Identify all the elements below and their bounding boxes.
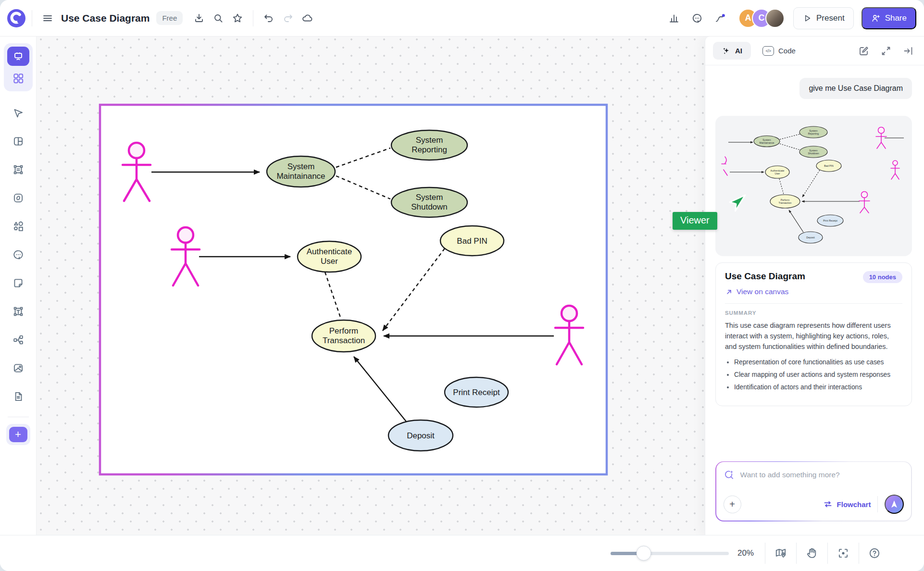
help-button[interactable] <box>863 542 886 564</box>
toolbar-sidebar: + <box>0 37 37 535</box>
tool-document[interactable] <box>7 385 29 408</box>
expand-icon[interactable] <box>879 44 893 58</box>
view-on-canvas-link[interactable]: View on canvas <box>725 287 788 296</box>
tab-ai[interactable]: AI <box>713 42 751 60</box>
activity-icon[interactable] <box>711 9 730 28</box>
search-icon[interactable] <box>209 9 228 28</box>
panel-header: AI </> Code <box>705 37 924 65</box>
mini-actors <box>722 127 899 213</box>
node-system-maintainance[interactable]: SystemMaintainance <box>267 156 335 187</box>
tool-layout[interactable] <box>7 130 29 152</box>
bullet-item: Representation of core functionalities a… <box>734 359 902 366</box>
mode-toggle-flowchart[interactable]: Flowchart <box>823 499 871 509</box>
help-icon <box>868 547 881 559</box>
ai-panel: AI </> Code give me Use Case Diagram <box>705 37 924 535</box>
tool-image[interactable] <box>7 357 29 379</box>
viewer-cursor-icon <box>728 194 747 213</box>
result-card: Use Case Diagram 10 nodes View on canvas… <box>715 262 912 406</box>
svg-text:SystemReporting: SystemReporting <box>412 136 447 154</box>
plus-icon: + <box>9 427 27 442</box>
divider <box>8 417 29 417</box>
avatar-stack: A C <box>738 9 785 28</box>
avatar-photo[interactable] <box>765 9 785 28</box>
plan-badge[interactable]: Free <box>156 11 183 25</box>
svg-text:Deposit: Deposit <box>806 236 815 239</box>
bullet-item: Identification of actors and their inter… <box>734 384 902 391</box>
magic-search-icon <box>724 469 735 480</box>
mindmap-icon <box>12 334 25 346</box>
star-icon[interactable] <box>228 9 247 28</box>
document-title[interactable]: Use Case Diagram <box>61 12 150 24</box>
document-icon <box>12 390 25 403</box>
present-button[interactable]: Present <box>793 7 854 29</box>
tool-shapes[interactable] <box>7 215 29 237</box>
add-tool-button[interactable]: + <box>6 424 30 445</box>
chart-icon[interactable] <box>664 9 684 28</box>
person-add-icon <box>871 13 881 23</box>
tool-text-box[interactable] <box>7 300 29 323</box>
sticky-note-icon <box>12 277 25 289</box>
divider <box>765 543 765 564</box>
divider <box>877 496 878 512</box>
svg-text:SystemReporting: SystemReporting <box>808 129 819 135</box>
node-authenticate-user[interactable]: AuthenticateUser <box>298 241 361 272</box>
zoom-slider[interactable] <box>611 552 729 555</box>
undo-icon[interactable] <box>259 9 278 28</box>
tool-sticky-note[interactable] <box>7 272 29 294</box>
map-icon <box>774 547 787 559</box>
diagram-preview[interactable]: SystemMaintainance SystemReporting Syste… <box>715 116 912 256</box>
diagram-preview-mini: SystemMaintainance SystemReporting Syste… <box>715 116 912 256</box>
attach-button[interactable]: + <box>724 496 741 513</box>
prompt-input[interactable] <box>740 471 904 479</box>
node-bad-pin[interactable]: Bad PIN <box>440 226 504 256</box>
hand-icon <box>806 547 818 559</box>
comments-icon[interactable] <box>687 9 707 28</box>
bottombar: 20% <box>0 535 924 571</box>
token-icon <box>12 192 25 204</box>
tool-templates[interactable] <box>7 69 29 88</box>
templates-grid-icon <box>12 72 25 85</box>
edit-icon[interactable] <box>857 44 871 58</box>
tool-whiteboard[interactable] <box>7 47 29 66</box>
menu-icon[interactable] <box>38 9 57 28</box>
divider <box>253 10 253 26</box>
viewer-label: Viewer <box>673 212 717 230</box>
zoom-slider-handle[interactable] <box>636 546 651 561</box>
app-logo-icon[interactable] <box>7 9 26 28</box>
tool-token[interactable] <box>7 187 29 209</box>
comment-icon <box>12 248 25 261</box>
node-system-shutdown[interactable]: SystemShutdown <box>391 187 467 217</box>
cloud-sync-icon[interactable] <box>298 9 317 28</box>
download-icon[interactable] <box>189 9 209 28</box>
zoom-level: 20% <box>737 548 761 558</box>
summary-text: This use case diagram represents how dif… <box>725 321 902 352</box>
send-button[interactable] <box>885 495 904 514</box>
prompt-input-card: + Flowchart <box>715 461 912 521</box>
result-title: Use Case Diagram <box>725 271 805 282</box>
tool-comment[interactable] <box>7 244 29 266</box>
divider <box>725 303 902 304</box>
share-button[interactable]: Share <box>862 7 916 29</box>
frame-icon <box>12 163 25 176</box>
tool-cursor[interactable] <box>7 102 29 124</box>
divider <box>32 10 32 26</box>
svg-text:SystemShutdown: SystemShutdown <box>411 193 448 211</box>
tool-mindmap[interactable] <box>7 329 29 351</box>
external-link-icon <box>725 288 733 296</box>
minimap-button[interactable] <box>770 542 792 564</box>
tool-frame[interactable] <box>7 159 29 181</box>
system-boundary[interactable] <box>100 105 607 474</box>
tab-code[interactable]: </> Code <box>762 46 796 56</box>
node-print-receipt[interactable]: Print Receipt <box>445 377 508 407</box>
node-system-reporting[interactable]: SystemReporting <box>391 130 467 160</box>
redo-icon[interactable] <box>278 9 298 28</box>
node-perform-transaction[interactable]: PerformTransaction <box>312 320 375 352</box>
swap-icon <box>823 499 833 509</box>
node-deposit[interactable]: Deposit <box>388 420 453 451</box>
collapse-panel-icon[interactable] <box>901 44 915 58</box>
divider <box>827 543 828 564</box>
focus-icon <box>837 547 849 559</box>
pan-button[interactable] <box>801 542 823 564</box>
shapes-icon <box>12 220 25 233</box>
focus-button[interactable] <box>832 542 854 564</box>
